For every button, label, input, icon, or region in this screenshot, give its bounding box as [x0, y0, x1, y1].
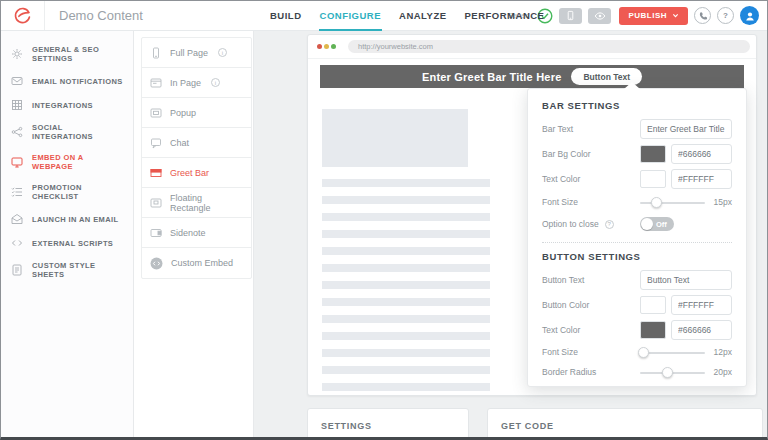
embed-type-custom-embed[interactable]: Custom Embed [142, 248, 251, 278]
embed-type-greet-bar[interactable]: Greet Bar [142, 158, 251, 188]
user-avatar[interactable] [740, 6, 759, 25]
button-color-swatch[interactable] [640, 296, 666, 314]
embed-type-floating-rectangle[interactable]: Floating Rectangle [142, 188, 251, 218]
browser-chrome: http://yourwebsite.com [308, 35, 756, 59]
sidebar-item-general-seo[interactable]: GENERAL & SEO SETTINGS [1, 39, 133, 69]
tab-analyze[interactable]: ANALYZE [398, 1, 448, 31]
stylesheet-icon [11, 264, 23, 276]
bar-bg-color-label: Bar Bg Color [542, 149, 640, 159]
skeleton-image-block [322, 109, 468, 167]
chevron-down-icon [672, 12, 679, 19]
slider-thumb[interactable] [651, 197, 662, 208]
settings-sidebar: GENERAL & SEO SETTINGS EMAIL NOTIFICATIO… [1, 31, 134, 437]
sidebar-item-label: LAUNCH IN AN EMAIL [32, 215, 119, 224]
info-icon[interactable]: ? [605, 220, 614, 229]
grid-icon [11, 99, 23, 111]
button-color-label: Button Color [542, 300, 640, 310]
sidebar-item-social-integrations[interactable]: SOCIAL INTEGRATIONS [1, 117, 133, 147]
embed-type-popup[interactable]: Popup [142, 98, 251, 128]
embed-type-label: Full Page [170, 48, 208, 58]
page-title: Demo Content [59, 8, 143, 23]
app-window: Demo Content BUILD CONFIGURE ANALYZE PER… [0, 0, 768, 440]
header: Demo Content BUILD CONFIGURE ANALYZE PER… [1, 1, 767, 31]
bar-text-input[interactable] [640, 119, 732, 139]
info-icon[interactable]: i [218, 48, 227, 57]
open-envelope-icon [11, 213, 23, 225]
chat-icon [150, 137, 162, 149]
phone-icon [698, 11, 708, 21]
url-bar: http://yourwebsite.com [348, 40, 750, 53]
border-radius-slider[interactable] [640, 367, 705, 378]
greet-bar-icon [150, 167, 162, 179]
sidebar-item-embed-on-webpage[interactable]: EMBED ON A WEBPAGE [1, 147, 133, 177]
info-icon[interactable]: i [211, 78, 220, 87]
bar-font-size-label: Font Size [542, 197, 640, 207]
sidebar-item-label: EMBED ON A WEBPAGE [32, 153, 123, 171]
option-to-close-toggle[interactable]: Off [640, 217, 674, 231]
embed-type-in-page[interactable]: In Page i [142, 68, 251, 98]
get-code-section-card[interactable]: GET CODE [487, 408, 763, 440]
sidebar-item-label: INTEGRATIONS [32, 101, 93, 110]
phone-support-button[interactable] [694, 7, 711, 24]
app-logo[interactable] [1, 1, 45, 30]
embed-type-sidenote[interactable]: Sidenote [142, 218, 251, 248]
sidebar-item-launch-in-email[interactable]: LAUNCH IN AN EMAIL [1, 207, 133, 231]
sidebar-item-promotion-checklist[interactable]: PROMOTION CHECKLIST [1, 177, 133, 207]
checklist-icon [11, 186, 23, 198]
slider-thumb[interactable] [638, 347, 649, 358]
sidebar-item-email-notifications[interactable]: EMAIL NOTIFICATIONS [1, 69, 133, 93]
custom-embed-icon [150, 257, 163, 270]
option-to-close-label: Option to close [542, 219, 599, 229]
bar-bg-color-swatch[interactable] [640, 145, 666, 163]
slider-thumb[interactable] [662, 367, 673, 378]
embed-type-sidebar: Full Page i In Page i Popup Chat [134, 31, 254, 437]
button-font-size-slider[interactable] [640, 347, 705, 358]
top-nav: BUILD CONFIGURE ANALYZE PERFORMANCE [269, 1, 545, 31]
greet-bar-preview[interactable]: Enter Greet Bar Title Here Button Text [320, 65, 744, 88]
sidebar-item-label: GENERAL & SEO SETTINGS [32, 45, 123, 63]
tab-configure[interactable]: CONFIGURE [319, 1, 383, 31]
button-text-color-swatch[interactable] [640, 321, 666, 339]
embed-type-label: Greet Bar [170, 168, 209, 178]
publish-label: PUBLISH [628, 11, 667, 20]
button-text-color-input[interactable] [671, 320, 732, 340]
settings-section-card[interactable]: SETTINGS [307, 408, 469, 440]
sidebar-item-integrations[interactable]: INTEGRATIONS [1, 93, 133, 117]
sidebar-item-label: CUSTOM STYLE SHEETS [32, 261, 123, 279]
embed-type-full-page[interactable]: Full Page i [142, 38, 251, 68]
traffic-dot-yellow [324, 44, 329, 49]
border-radius-label: Border Radius [542, 367, 640, 377]
sidebar-item-custom-style-sheets[interactable]: CUSTOM STYLE SHEETS [1, 255, 133, 285]
get-code-section-label: GET CODE [501, 421, 554, 431]
envelope-icon [11, 75, 23, 87]
publish-button[interactable]: PUBLISH [619, 7, 688, 25]
embed-type-chat[interactable]: Chat [142, 128, 251, 158]
button-color-input[interactable] [671, 295, 732, 315]
bar-text-color-swatch[interactable] [640, 170, 666, 188]
sidebar-item-external-scripts[interactable]: EXTERNAL SCRIPTS [1, 231, 133, 255]
bar-font-size-slider[interactable] [640, 197, 705, 208]
device-preview-button[interactable] [559, 8, 582, 24]
greet-bar-title[interactable]: Enter Greet Bar Title Here [422, 71, 562, 83]
help-button[interactable]: ? [717, 7, 734, 24]
toggle-state-label: Off [656, 220, 667, 229]
devices-icon [565, 10, 576, 21]
embed-type-label: Floating Rectangle [170, 193, 243, 213]
embed-type-label: In Page [170, 78, 201, 88]
tab-performance[interactable]: PERFORMANCE [464, 1, 546, 31]
embed-type-label: Chat [170, 138, 189, 148]
brand-swirl-icon [13, 6, 32, 25]
tab-build[interactable]: BUILD [269, 1, 303, 31]
button-text-color-label: Text Color [542, 325, 640, 335]
button-text-input[interactable] [640, 270, 732, 290]
person-icon [744, 10, 756, 22]
bar-text-color-input[interactable] [671, 169, 732, 189]
preview-button[interactable] [588, 8, 611, 24]
gear-icon [11, 48, 23, 60]
popup-icon [150, 107, 162, 119]
traffic-dot-green [331, 44, 336, 49]
bar-bg-color-input[interactable] [671, 144, 732, 164]
button-font-size-value: 12px [711, 347, 732, 357]
embed-type-label: Sidenote [170, 228, 206, 238]
sidebar-item-label: EXTERNAL SCRIPTS [32, 239, 113, 248]
